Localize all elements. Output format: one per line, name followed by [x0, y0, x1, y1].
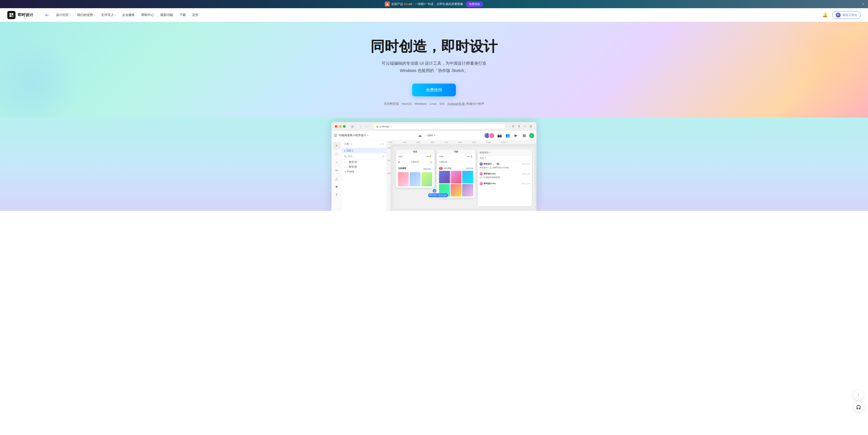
back-icon[interactable]: ‹: [359, 124, 364, 129]
layer-item-1[interactable]: ▸ ◇ 整页/否: [342, 160, 386, 164]
diamond-icon: ◇: [346, 166, 348, 168]
phone-screen-label-2: 书架: [437, 149, 475, 154]
comment-author-3: 即时设计-Piu: [484, 182, 496, 185]
sidebar-toggle-icon[interactable]: ▤: [350, 124, 355, 129]
triangle-tool[interactable]: △: [333, 175, 340, 182]
nav-item-import[interactable]: 文件导入 ▾: [98, 11, 118, 19]
collapse-icon[interactable]: ∧: [382, 143, 384, 146]
ellipse-tool[interactable]: ○: [333, 158, 340, 166]
window-maximize-dot[interactable]: [343, 125, 346, 128]
play-icon[interactable]: ▶: [513, 132, 519, 139]
ruler-horizontal: 300 400 500 600 700 800 900 1000 1100: [386, 140, 536, 145]
nav-item-advantages[interactable]: 我们的优势 ▾: [74, 11, 97, 19]
download-icon[interactable]: ⬇: [510, 124, 516, 129]
split-view-icon[interactable]: ⊞: [528, 124, 533, 129]
add-tab-icon[interactable]: +: [522, 124, 527, 129]
shelf-book-2: [451, 171, 462, 183]
nav-item-enterprise[interactable]: 企业服务: [119, 11, 137, 19]
minus-icon[interactable]: −: [425, 134, 427, 137]
nav-item-community[interactable]: 设计社区 ▾: [53, 11, 73, 19]
frame-tool[interactable]: □: [333, 150, 340, 158]
banner-content: 全新产品 A1.art 一张图/一句话，立即生成高质量图像 免费体验: [385, 1, 483, 7]
shelf-book-1: [439, 171, 450, 183]
phone-nav-2: 云南生谷: [437, 159, 475, 165]
comment-header-3: P 即时设计-Piu 昨天11:55: [479, 182, 530, 185]
cloud-icon[interactable]: ☁: [417, 132, 423, 139]
users-icon[interactable]: 👥: [504, 132, 511, 139]
phone-nav-1: ☰ 云南生谷 🔍: [396, 159, 434, 165]
shelf-books-grid: [439, 171, 473, 196]
layers-panel-header: 页数: 1 + ∧: [342, 140, 386, 148]
nav-item-new-features[interactable]: 最新功能: [158, 11, 176, 19]
dropdown-icon: ▾: [367, 134, 368, 137]
window-controls: [335, 125, 346, 128]
chevron-down-icon: ▾: [115, 14, 116, 16]
book-cover-1: [398, 172, 409, 186]
component-tool[interactable]: ❖: [333, 183, 340, 190]
nav-item-download[interactable]: 下载: [177, 11, 189, 19]
phone-screen-home-container: 首页 9:41 ▪▪▪ 🔋 ☰ 云南生谷 🔍: [396, 149, 434, 206]
book-cover-3: [422, 172, 432, 186]
address-bar[interactable]: 🔒 js.design ↻: [373, 123, 505, 129]
layer-item-2[interactable]: ▸ ◇ 整页/是: [342, 164, 386, 169]
shelf-book-5: [451, 184, 462, 196]
ruler-vertical: -100 200 300: [386, 145, 391, 211]
reload-icon[interactable]: ↻: [390, 125, 392, 128]
chevron-down-icon: ▾: [49, 14, 50, 16]
nav-item-pricing[interactable]: 定价: [189, 11, 201, 19]
comment-item-3: P 即时设计-Piu 昨天11:55: [478, 181, 532, 187]
svg-marker-0: [386, 3, 389, 5]
canvas-area[interactable]: 300 400 500 600 700 800 900 1000 1100 -1…: [386, 140, 536, 211]
page-selected-indicator: ▸: [344, 149, 345, 152]
phone-content-1: 为你推荐 查看全部 >: [396, 165, 434, 188]
comment-avatar-3: P: [479, 182, 483, 185]
hero-title: 同时创造，即时设计: [370, 38, 498, 55]
banner-close-button[interactable]: ×: [862, 2, 864, 6]
comment-text-1: 评分改大一点 @即时设计-Dreity: [479, 166, 530, 169]
select-tool[interactable]: ↖: [333, 142, 340, 149]
comment-author-1: 即时设计 ... 「我」: [484, 163, 501, 165]
phone-screen-home: 首页 9:41 ▪▪▪ 🔋 ☰ 云南生谷 🔍: [396, 149, 434, 188]
chevron-down-icon: ▾: [94, 14, 95, 16]
zoom-control[interactable]: − 69% +: [425, 134, 435, 137]
share-icon[interactable]: ⬆: [517, 124, 521, 129]
comment-header-2: P 即时设计-Piu 昨天11:55: [479, 172, 530, 175]
nav-item-ai[interactable]: Ai ▾: [42, 12, 52, 18]
nav-item-help[interactable]: 帮助中心: [138, 11, 157, 19]
add-page-icon[interactable]: +: [380, 143, 381, 146]
plus-icon[interactable]: +: [434, 134, 436, 137]
chevron-down-icon: ▾: [69, 14, 70, 16]
navbar: 即时设计 Ai ▾ 设计社区 ▾ 我们的优势 ▾ 文件导入 ▾ 企业服务 帮助中…: [0, 8, 868, 22]
left-sidebar: ↖ □ ○ ✏ △ ❖ T: [332, 140, 342, 211]
hamburger-menu-icon[interactable]: ☰: [334, 133, 337, 137]
page-item-1[interactable]: ▸ 页面 1: [342, 148, 386, 153]
layers-search-input[interactable]: 搜索...: [347, 155, 381, 158]
window-toolbar-right: ⬇ ⬆ + ⊞: [510, 124, 533, 129]
pen-tool[interactable]: ✏: [333, 167, 340, 174]
banner-cta-button[interactable]: 免费体验: [466, 1, 483, 7]
workspace-button[interactable]: 即 前往工作台: [832, 11, 861, 19]
filter-icon[interactable]: ☰: [382, 155, 384, 158]
logo[interactable]: 即时设计: [7, 11, 33, 19]
layer-item-3[interactable]: ▣ 6.jpeg: [342, 169, 386, 173]
hero-platforms: 支持网页端、macOS、Windows、Linux、iOS、Android(安卓…: [384, 102, 484, 106]
chat-panel-header: 筛选评论 ✓: [478, 149, 532, 156]
chat-panel-preview: 筛选评论 ✓ 页面 1 即 即时设计 ... 「我」 昨天13:39 评分改大一…: [478, 149, 532, 206]
notification-bell-icon[interactable]: 🔔: [821, 11, 829, 19]
banner-product-name: A1.art: [404, 2, 412, 6]
app-body: ↖ □ ○ ✏ △ ❖ T 页数: 1 + ∧ ▸ 页面 1: [332, 140, 536, 211]
text-tool[interactable]: T: [333, 191, 340, 198]
banner-logo-text: 全新产品 A1.art: [391, 2, 412, 6]
project-name[interactable]: 书籍阅读类小程序设计 ▾: [339, 133, 368, 137]
phone-content-2: 5 5 的书架 浏览书单: [437, 165, 475, 198]
forward-icon[interactable]: ›: [364, 124, 369, 129]
phone-book-list: [398, 172, 432, 186]
hero-cta-button[interactable]: 免费使用: [412, 84, 456, 96]
phone-screen-shelf-container: 书架 9:41 ▪▪▪ 🔋 云南生谷 5: [437, 149, 475, 206]
collaborator-avatars: [484, 132, 495, 138]
window-minimize-dot[interactable]: [339, 125, 342, 128]
screenshot-icon[interactable]: 📷: [496, 132, 503, 139]
logo-text: 即时设计: [18, 12, 33, 18]
grid-icon[interactable]: ▦: [521, 132, 527, 139]
window-close-dot[interactable]: [335, 125, 337, 128]
